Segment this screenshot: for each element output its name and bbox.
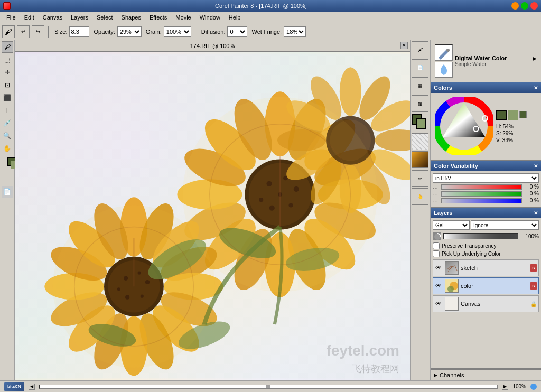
- composite-select[interactable]: Ignore: [471, 220, 539, 230]
- preset-variant: Simple Water: [455, 61, 537, 67]
- preset-category: Digital Water Color: [455, 55, 507, 61]
- color-wheel-area: H: 54% S: 29% V: 33%: [433, 95, 539, 157]
- canvas-content[interactable]: feytel.com 飞特教程网: [15, 52, 410, 380]
- window-controls[interactable]: [511, 2, 538, 10]
- menu-file[interactable]: File: [2, 13, 20, 22]
- colors-panel: Colors ✕: [431, 82, 541, 161]
- cv-mode-select[interactable]: in H5V: [433, 173, 539, 183]
- grad-selector-btn[interactable]: ▦: [412, 77, 428, 94]
- canvas-title-bar: 174.RIF @ 100% ✕: [15, 40, 410, 52]
- cv-slider3[interactable]: [441, 198, 522, 203]
- s-value: S: 29%: [496, 130, 527, 136]
- menu-movie[interactable]: Movie: [171, 13, 195, 22]
- colors-panel-close[interactable]: ✕: [534, 85, 538, 91]
- cv-panel-close[interactable]: ✕: [534, 163, 538, 169]
- zoom-slider-thumb[interactable]: [266, 385, 270, 388]
- menu-canvas[interactable]: Canvas: [39, 13, 67, 22]
- blend-mode-select[interactable]: Gel: [433, 220, 470, 230]
- zoom-tool[interactable]: 🔍: [2, 130, 13, 142]
- layer-item-canvas[interactable]: 👁 Canvas 🔒: [433, 295, 539, 312]
- cv-slider2[interactable]: [441, 191, 522, 197]
- svg-point-51: [340, 67, 361, 116]
- preserve-transparency-check[interactable]: [433, 242, 440, 249]
- undo-btn[interactable]: ↩: [17, 25, 30, 38]
- paint-bucket-tool[interactable]: ⬛: [2, 92, 13, 104]
- preserve-transparency-row: Preserve Transparency: [433, 242, 539, 249]
- color-variability-panel: Color Variability ✕ in H5V … 0 % …: [431, 161, 541, 208]
- channels-footer[interactable]: ▶ Channels: [431, 369, 541, 380]
- cv-slider1-row: … 0 %: [433, 184, 539, 190]
- zoom-out-btn[interactable]: ◀: [29, 384, 35, 390]
- size-label: Size:: [54, 29, 67, 35]
- zoom-slider[interactable]: [39, 385, 498, 389]
- svg-point-74: [446, 49, 450, 52]
- pan-tool[interactable]: ✋: [2, 143, 13, 154]
- layer-thumb-color: [445, 279, 459, 293]
- diffusion-select[interactable]: 0: [227, 26, 247, 37]
- main-canvas: 174.RIF @ 100% ✕: [15, 40, 410, 380]
- water-icon-btn[interactable]: [435, 62, 453, 78]
- svg-point-82: [447, 286, 454, 292]
- cv-slider1[interactable]: [441, 184, 522, 190]
- color-swatch-fg[interactable]: [496, 110, 507, 120]
- menu-bar: File Edit Canvas Layers Select Shapes Ef…: [0, 12, 541, 23]
- pick-underlying-check[interactable]: [433, 250, 440, 257]
- redo-btn[interactable]: ↪: [32, 25, 44, 38]
- color-values: H: 54% S: 29% V: 33%: [496, 110, 527, 143]
- menu-effects[interactable]: Effects: [145, 13, 171, 22]
- size-input[interactable]: [69, 26, 89, 37]
- brush-icons: [435, 44, 453, 78]
- menu-layers[interactable]: Layers: [67, 13, 92, 22]
- layer-eye-canvas[interactable]: 👁: [434, 300, 443, 308]
- zoom-in-btn[interactable]: ▶: [502, 384, 508, 390]
- paper-selector-btn[interactable]: 📄: [412, 59, 428, 76]
- brush-tool[interactable]: 🖌: [2, 41, 13, 53]
- brush-icon-btn[interactable]: [435, 44, 453, 61]
- gradient-preview-btn[interactable]: [412, 151, 428, 168]
- brush-selector-btn[interactable]: 🖌: [412, 41, 428, 58]
- select-tool[interactable]: ⬚: [2, 54, 13, 66]
- pick-underlying-row: Pick Up Underlying Color: [433, 250, 539, 257]
- layers-panel-body: Gel Ignore 100%: [431, 218, 541, 368]
- cv-slider3-row: … 0 %: [433, 198, 539, 203]
- menu-help[interactable]: Help: [225, 13, 245, 22]
- minimize-button[interactable]: [511, 2, 519, 10]
- eraser-btn[interactable]: ✏: [412, 170, 428, 187]
- brush-tool-btn[interactable]: 🖌: [2, 25, 15, 38]
- left-toolbar: 🖌 ⬚ ✛ ⊡ ⬛ T 💉 🔍 ✋ 📄: [0, 40, 15, 380]
- text-tool[interactable]: T: [2, 105, 13, 116]
- layer-eye-color[interactable]: 👁: [434, 282, 443, 290]
- preset-arrow[interactable]: ▶: [533, 55, 537, 61]
- separator2: [195, 26, 195, 38]
- grain-label: Grain:: [146, 29, 162, 35]
- opacity-select[interactable]: 29%: [117, 26, 142, 37]
- texture-pattern-btn[interactable]: [412, 133, 428, 150]
- menu-window[interactable]: Window: [195, 13, 225, 22]
- layer-item-sketch[interactable]: 👁 sketch S: [433, 259, 539, 276]
- pattern-btn[interactable]: ▩: [412, 95, 428, 112]
- menu-edit[interactable]: Edit: [20, 13, 39, 22]
- bg-color-box[interactable]: [416, 118, 426, 129]
- smear-btn[interactable]: 👆: [412, 188, 428, 205]
- color-wheel[interactable]: [435, 97, 493, 155]
- layers-panel-close[interactable]: ✕: [534, 210, 538, 216]
- title-bar: Corel Painter 8 - [174.RIF @ 100%]: [0, 0, 541, 12]
- color-swatch-bg[interactable]: [508, 110, 518, 120]
- paper-texture[interactable]: 📄: [2, 186, 13, 198]
- layer-eye-sketch[interactable]: 👁: [434, 264, 443, 272]
- menu-select[interactable]: Select: [92, 13, 117, 22]
- layer-thumb-sketch: [445, 261, 459, 275]
- menu-shapes[interactable]: Shapes: [117, 13, 145, 22]
- wet-fringe-select[interactable]: 18%: [284, 26, 306, 37]
- opacity-slider[interactable]: [443, 233, 518, 239]
- close-button[interactable]: [530, 2, 538, 10]
- eyedropper-tool[interactable]: 💉: [2, 117, 13, 129]
- maximize-button[interactable]: [521, 2, 528, 10]
- canvas-close-btn[interactable]: ✕: [400, 42, 408, 49]
- transform-tool[interactable]: ✛: [2, 67, 13, 78]
- layer-item-color[interactable]: 👁 color S: [433, 277, 539, 294]
- svg-point-73: [53, 206, 215, 368]
- color-swatch-alt[interactable]: [519, 111, 527, 118]
- crop-tool[interactable]: ⊡: [2, 79, 13, 91]
- grain-select[interactable]: 100%: [164, 26, 191, 37]
